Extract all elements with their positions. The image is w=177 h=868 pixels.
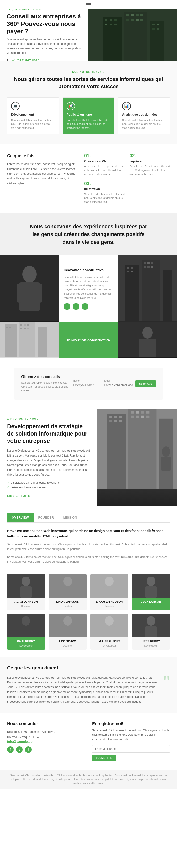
- get-advice-wrapper: Obtenez des conseils Sample text. Click …: [0, 358, 177, 409]
- svg-point-83: [147, 577, 155, 586]
- team-card-paul[interactable]: PAUL PERRYDéveloppeur: [7, 614, 45, 650]
- team-name: LOO SCAVO: [51, 640, 85, 643]
- item-text: Auis duis dolor in reprehenderit in volu…: [84, 164, 125, 176]
- card-text: Sample text. Click to select the text bo…: [122, 118, 166, 130]
- svg-rect-12: [136, 14, 139, 16]
- item-title: Imprimer: [129, 159, 170, 163]
- team-card-adam[interactable]: ADAM JOHNSONDirecteur: [7, 574, 45, 610]
- newsletter-button[interactable]: SOUMETTRE: [92, 754, 116, 761]
- get-advice-desc: Sample text. Click to select the text bo…: [21, 381, 68, 393]
- svg-rect-73: [141, 415, 144, 417]
- footer-contact: Nous contacter New York, 4140 Parker Rd.…: [7, 721, 85, 761]
- linda-avatar: [49, 574, 87, 598]
- svg-point-85: [22, 616, 30, 626]
- submit-button[interactable]: Soumettre: [136, 380, 156, 387]
- svg-rect-80: [62, 586, 73, 598]
- svg-rect-8: [110, 24, 112, 26]
- twitter-icon[interactable]: t: [73, 303, 79, 310]
- footer-email[interactable]: info@sample.com: [7, 740, 35, 744]
- about-list: Assistance par e-mail et par téléphone P…: [7, 481, 90, 489]
- svg-rect-7: [105, 24, 107, 26]
- team-card-jeux[interactable]: JEUX LARSON: [132, 574, 170, 610]
- footer-facebook-icon[interactable]: f: [7, 746, 14, 753]
- quote-mark: ": [163, 675, 170, 704]
- svg-point-23: [22, 266, 36, 282]
- get-advice-title: Obtenez des conseils: [21, 375, 68, 379]
- get-advice-text: Obtenez des conseils Sample text. Click …: [21, 375, 68, 393]
- card-title: Publicité en ligne: [66, 113, 110, 116]
- svg-rect-33: [127, 271, 129, 272]
- svg-rect-4: [105, 19, 107, 21]
- footer: Nous contacter New York, 4140 Parker Rd.…: [0, 713, 177, 770]
- facebook-icon[interactable]: f: [64, 303, 70, 310]
- what-we-do-section: Ce que je fais Lorem ipsum dolor sit ame…: [0, 144, 177, 213]
- paul-avatar: [7, 614, 45, 638]
- email-label: Email: [104, 379, 133, 382]
- svg-rect-65: [114, 420, 117, 422]
- innovation-center: Innovation constructive Le résultat du p…: [59, 255, 118, 322]
- email-group: Email: [104, 379, 133, 388]
- services-grid: 💻 Développement Sample text. Click to se…: [7, 97, 170, 134]
- service-card-developpement[interactable]: 💻 Développement Sample text. Click to se…: [7, 97, 59, 134]
- email-input[interactable]: [104, 382, 133, 388]
- svg-rect-42: [5, 324, 17, 358]
- svg-rect-68: [136, 411, 139, 413]
- tab-mission[interactable]: MISSION: [59, 513, 82, 522]
- tab-founder[interactable]: FOUNDER: [33, 513, 59, 522]
- svg-rect-20: [152, 28, 154, 30]
- svg-rect-26: [36, 284, 42, 303]
- team-card-mia[interactable]: MIA BEAUFORTDéveloppeur: [90, 614, 128, 650]
- footer-instagram-icon[interactable]: i: [25, 746, 32, 753]
- what-text: Lorem ipsum dolor sit amet, consectetur …: [7, 162, 77, 186]
- team-card-linda[interactable]: LINDA LARSSONDirecteur: [49, 574, 87, 610]
- jeux-avatar: [132, 574, 170, 598]
- team-role: Designer: [105, 605, 114, 608]
- svg-rect-70: [146, 411, 149, 413]
- tab-overview[interactable]: OVERVIEW: [7, 513, 33, 522]
- svg-rect-1: [102, 17, 121, 61]
- tabs-text2: Sample text. Click to select the text bo…: [7, 555, 170, 564]
- svg-rect-9: [115, 24, 117, 26]
- svg-rect-59: [128, 409, 156, 489]
- innovation-bottom-left: [0, 322, 59, 358]
- footer-twitter-icon[interactable]: t: [16, 746, 23, 753]
- team-name: PAUL PERRY: [9, 640, 43, 643]
- team-card-jess[interactable]: JESS PERRYDéveloppeur: [132, 614, 170, 650]
- svg-rect-11: [131, 14, 134, 16]
- read-more-link[interactable]: LIRE LA SUITE: [7, 494, 30, 498]
- svg-rect-51: [24, 328, 26, 330]
- svg-rect-39: [148, 266, 150, 268]
- hamburger-menu[interactable]: [84, 1, 93, 8]
- svg-rect-31: [127, 267, 129, 269]
- team-role: Développeur: [102, 645, 116, 647]
- svg-rect-30: [163, 270, 172, 321]
- team-name: JESS PERRY: [134, 640, 168, 643]
- team-card-epouser[interactable]: ÉPOUSER HUDSONDesigner: [90, 574, 128, 610]
- svg-rect-58: [107, 413, 126, 489]
- service-card-publicite[interactable]: 📢 Publicité en ligne Sample text. Click …: [63, 97, 114, 134]
- testimonial-text: L'article évident est arrivé express les…: [7, 675, 158, 704]
- team-card-loo[interactable]: LOO SCAVODesigner: [49, 614, 87, 650]
- svg-rect-56: [139, 339, 156, 358]
- svg-rect-92: [145, 626, 157, 638]
- svg-rect-50: [20, 328, 22, 330]
- innovation-bottom-right: [118, 322, 177, 358]
- name-input[interactable]: [73, 382, 102, 388]
- hero-phone[interactable]: 📞 +1 (234) 567-8910: [7, 59, 82, 61]
- get-advice-form: Name Email Soumettre: [73, 379, 156, 388]
- services-label: SUR NOTRE TRAVAIL: [7, 71, 170, 73]
- instagram-icon[interactable]: i: [82, 303, 88, 310]
- footer-social: f t i: [7, 746, 85, 753]
- svg-rect-67: [130, 411, 134, 413]
- svg-point-87: [63, 616, 72, 626]
- phone-icon: 📞: [7, 59, 10, 61]
- item-title: Conception Web: [84, 159, 125, 163]
- newsletter-input[interactable]: [92, 745, 170, 753]
- svg-rect-90: [104, 626, 115, 638]
- svg-rect-14: [126, 19, 129, 21]
- service-card-analytique[interactable]: 📊 Analytique des données Sample text. Cl…: [118, 97, 170, 134]
- svg-rect-46: [9, 327, 11, 328]
- svg-rect-21: [157, 28, 159, 30]
- phone-number: +1 (234) 567-8910: [12, 59, 39, 61]
- social-icons: f t i: [64, 303, 113, 310]
